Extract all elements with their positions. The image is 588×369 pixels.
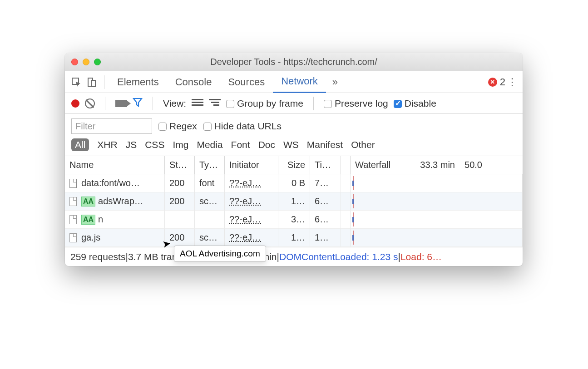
waterfall-cell xyxy=(351,229,523,247)
separator xyxy=(104,75,104,89)
record-button[interactable] xyxy=(71,99,79,108)
tab-console[interactable]: Console xyxy=(167,71,220,93)
initiator-link[interactable]: ??-eJ… xyxy=(229,232,261,243)
initiator-link[interactable]: ??-eJ… xyxy=(229,196,261,207)
disable-cache-checkbox[interactable]: Disable xyxy=(394,98,436,109)
tab-elements[interactable]: Elements xyxy=(109,71,167,93)
separator xyxy=(313,97,314,110)
request-name: n xyxy=(98,214,103,225)
hide-data-urls-checkbox[interactable]: Hide data URLs xyxy=(203,121,282,132)
group-by-frame-checkbox[interactable]: Group by frame xyxy=(226,98,303,109)
col-waterfall[interactable]: Waterfall xyxy=(351,156,400,174)
view-label: View: xyxy=(163,98,186,109)
table-row[interactable]: AAn??-eJ…3…6… xyxy=(65,211,523,229)
close-window-button[interactable] xyxy=(71,59,78,65)
error-count: 2 xyxy=(500,76,505,88)
type-filter-img[interactable]: Img xyxy=(173,139,188,150)
waterfall-view-icon[interactable] xyxy=(209,99,221,108)
table-row[interactable]: ga.js200sc…??-eJ…1…1… xyxy=(65,229,523,247)
table-row[interactable]: AAadsWrap…200sc…??-eJ…1…6… xyxy=(65,192,523,211)
titlebar[interactable]: Developer Tools - https://techcrunch.com… xyxy=(65,53,523,71)
status-load: Load: 6… xyxy=(400,251,442,262)
table-header-row: Name St… Ty… Initiator Size Ti… Waterfal… xyxy=(65,156,523,174)
filter-bar: Regex Hide data URLs xyxy=(65,114,523,137)
col-status[interactable]: St… xyxy=(165,156,195,174)
initiator-link[interactable]: ??-eJ… xyxy=(229,214,261,225)
waterfall-cell xyxy=(351,192,523,211)
separator xyxy=(153,97,153,110)
preserve-log-checkbox[interactable]: Preserve log xyxy=(324,98,388,109)
col-name[interactable]: Name xyxy=(65,156,165,174)
file-icon xyxy=(69,179,77,188)
initiator-link[interactable]: ??-eJ… xyxy=(229,178,261,188)
col-initiator[interactable]: Initiator xyxy=(225,156,278,174)
col-size[interactable]: Size xyxy=(278,156,310,174)
type-filter-xhr[interactable]: XHR xyxy=(97,139,117,150)
waterfall-tick: 33.3 min xyxy=(400,156,460,174)
type-filter-font[interactable]: Font xyxy=(231,139,250,150)
type-filter-js[interactable]: JS xyxy=(126,139,137,150)
separator xyxy=(105,97,105,110)
waterfall-tick: 50.0 xyxy=(460,156,487,174)
regex-checkbox[interactable]: Regex xyxy=(158,121,197,132)
request-name: data:font/wo… xyxy=(81,178,140,188)
type-filter-other[interactable]: Other xyxy=(351,139,375,150)
filter-toggle-icon[interactable] xyxy=(133,97,143,110)
type-filter-all[interactable]: All xyxy=(71,138,89,151)
window-title: Developer Tools - https://techcrunch.com… xyxy=(65,57,523,67)
request-name: adsWrap… xyxy=(98,196,143,207)
tracker-badge: AA xyxy=(81,197,95,207)
col-time[interactable]: Ti… xyxy=(310,156,341,174)
tab-sources[interactable]: Sources xyxy=(220,71,273,93)
panel-tabstrip: Elements Console Sources Network » 2 ⋮ xyxy=(65,71,523,93)
traffic-lights xyxy=(71,59,101,65)
network-table: Name St… Ty… Initiator Size Ti… Waterfal… xyxy=(65,156,523,247)
minimize-window-button[interactable] xyxy=(83,59,89,65)
request-name: ga.js xyxy=(81,232,100,243)
tab-network[interactable]: Network xyxy=(273,71,326,93)
type-filter-css[interactable]: CSS xyxy=(145,139,164,150)
status-bar: 259 requests | 3.7 MB transferred | Fini… xyxy=(65,247,523,266)
type-filter-manifest[interactable]: Manifest xyxy=(307,139,343,150)
network-toolbar: View: Group by frame Preserve log Disabl… xyxy=(65,93,523,114)
type-filter-media[interactable]: Media xyxy=(197,139,222,150)
screenshot-icon[interactable] xyxy=(115,100,127,107)
settings-menu-button[interactable]: ⋮ xyxy=(505,76,519,88)
error-icon xyxy=(488,78,497,87)
inspect-element-icon[interactable] xyxy=(69,74,84,90)
error-count-badge[interactable]: 2 xyxy=(488,76,505,88)
status-domcontentloaded: DOMContentLoaded: 1.23 s xyxy=(279,251,398,262)
tracker-badge: AA xyxy=(81,215,95,225)
file-icon xyxy=(69,215,77,224)
clear-button[interactable] xyxy=(85,98,95,108)
more-tabs-button[interactable]: » xyxy=(326,76,344,88)
file-icon xyxy=(69,197,77,206)
waterfall-cell xyxy=(351,211,523,229)
devtools-window: Developer Tools - https://techcrunch.com… xyxy=(65,53,523,266)
col-gutter xyxy=(341,156,351,174)
filter-input[interactable] xyxy=(71,118,152,134)
col-type[interactable]: Ty… xyxy=(195,156,225,174)
table-row[interactable]: data:font/wo…200font??-eJ…0 B7… xyxy=(65,174,523,192)
type-filter-doc[interactable]: Doc xyxy=(258,139,275,150)
large-rows-icon[interactable] xyxy=(192,99,203,108)
type-filter-ws[interactable]: WS xyxy=(283,139,299,150)
tooltip: AOL Advertising.com xyxy=(174,246,266,262)
waterfall-cell xyxy=(351,174,523,192)
zoom-window-button[interactable] xyxy=(94,59,101,65)
device-toolbar-icon[interactable] xyxy=(84,74,99,90)
svg-rect-2 xyxy=(91,80,95,87)
resource-type-filter: All XHR JS CSS Img Media Font Doc WS Man… xyxy=(65,137,523,156)
status-requests: 259 requests xyxy=(70,251,125,262)
file-icon xyxy=(69,233,77,242)
